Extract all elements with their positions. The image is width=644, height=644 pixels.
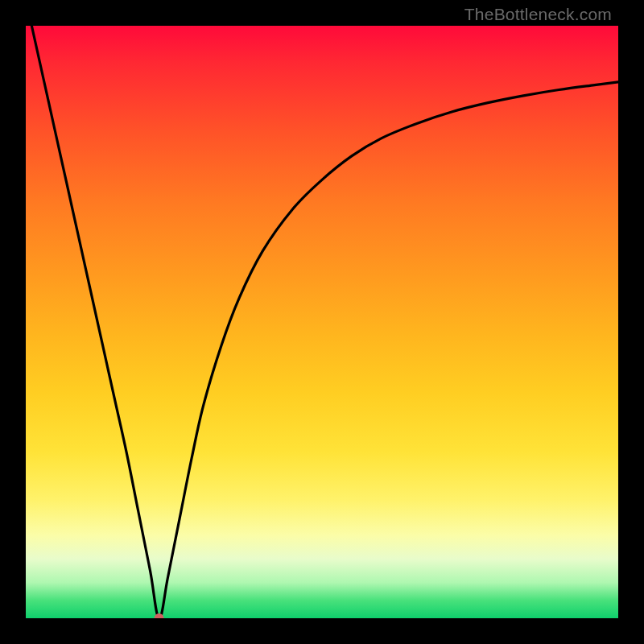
plot-area bbox=[26, 26, 618, 618]
curve-svg bbox=[26, 26, 618, 618]
chart-frame: TheBottleneck.com bbox=[0, 0, 644, 644]
bottleneck-curve bbox=[31, 26, 618, 618]
watermark-text: TheBottleneck.com bbox=[464, 5, 612, 24]
